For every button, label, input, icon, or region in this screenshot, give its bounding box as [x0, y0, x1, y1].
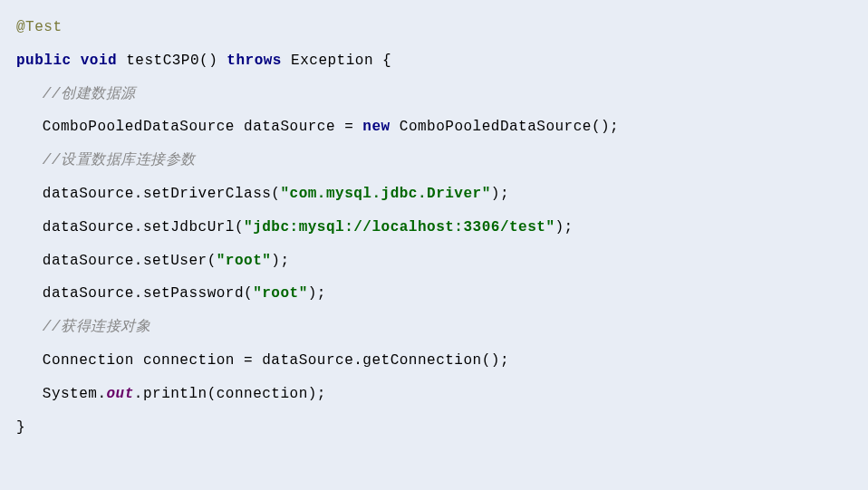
comment-get-connection: //获得连接对象 [43, 319, 150, 335]
static-out: out [107, 386, 134, 402]
keyword-void: void [81, 53, 117, 69]
comment-set-params: //设置数据库连接参数 [43, 152, 196, 168]
string-driver: "com.mysql.jdbc.Driver" [280, 186, 490, 202]
keyword-public: public [16, 53, 72, 69]
code-line-annotation: @Test [16, 11, 852, 44]
code-line-comment-3: //获得连接对象 [16, 311, 852, 344]
code-line-get-connection: Connection connection = dataSource.getCo… [16, 344, 852, 378]
string-url: "jdbc:mysql://localhost:3306/test" [244, 219, 555, 235]
code-line-comment-1: //创建数据源 [16, 78, 852, 111]
method-name: testC3P0() [126, 53, 227, 69]
code-line-new-datasource: ComboPooledDataSource dataSource = new C… [16, 110, 852, 144]
code-line-set-user: dataSource.setUser("root"); [16, 245, 852, 278]
code-line-method-decl: public void testC3P0() throws Exception … [16, 44, 852, 78]
string-user: "root" [217, 253, 272, 269]
code-line-close-brace: } [16, 411, 852, 445]
code-line-set-driver: dataSource.setDriverClass("com.mysql.jdb… [16, 178, 852, 211]
code-line-set-url: dataSource.setJdbcUrl("jdbc:mysql://loca… [16, 211, 852, 245]
annotation-test: @Test [16, 19, 63, 35]
comment-create-datasource: //创建数据源 [43, 86, 136, 102]
code-line-comment-2: //设置数据库连接参数 [16, 144, 852, 178]
keyword-new: new [362, 119, 390, 135]
keyword-throws: throws [227, 53, 282, 69]
code-line-set-password: dataSource.setPassword("root"); [16, 277, 852, 311]
string-password: "root" [253, 285, 308, 302]
code-line-println: System.out.println(connection); [16, 378, 852, 411]
